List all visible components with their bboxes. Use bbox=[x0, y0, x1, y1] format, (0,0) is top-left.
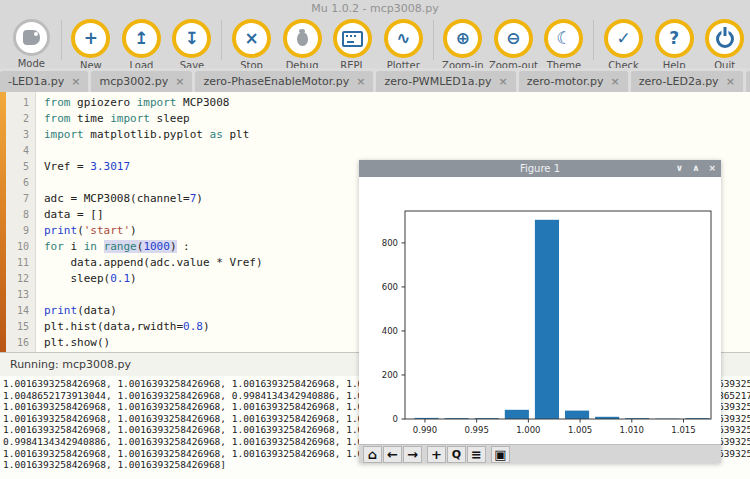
x-tick-label: 0.995 bbox=[464, 425, 488, 435]
y-tick-label: 200 bbox=[382, 370, 398, 380]
tab-zero-tonalbusser-py[interactable]: zero-tonalBusser.py× bbox=[746, 71, 750, 92]
figure-canvas: 0.9900.9951.0001.0051.0101.0150200400600… bbox=[359, 177, 721, 444]
tab-close-icon[interactable]: × bbox=[498, 75, 507, 88]
toolbar-button-plotter[interactable]: ∿Plotter bbox=[378, 16, 429, 71]
code-line-3: import matplotlib.pyplot as plt bbox=[44, 127, 750, 143]
code-line-4 bbox=[44, 143, 750, 159]
histogram-bar bbox=[565, 411, 589, 419]
line-number: 13 bbox=[6, 287, 35, 303]
tab-zero-phaseenablemotor-py[interactable]: zero-PhaseEnableMotor.py× bbox=[195, 71, 373, 92]
tab-bar: -LED1a.py×mcp3002.py×zero-PhaseEnableMot… bbox=[0, 68, 750, 92]
tab-close-icon[interactable]: × bbox=[71, 75, 80, 88]
toolbar-button-check[interactable]: ✓Check bbox=[598, 16, 649, 71]
toolbar-button-quit[interactable]: Quit bbox=[699, 16, 750, 71]
y-tick-label: 600 bbox=[382, 282, 398, 292]
tab-mcp3002-py[interactable]: mcp3002.py× bbox=[91, 71, 192, 92]
tab-label: zero-LED2a.py bbox=[639, 75, 719, 88]
window-title: Mu 1.0.2 - mcp3008.py bbox=[311, 2, 439, 15]
figure-toolbar: ⌂←→+Q≡▣ bbox=[359, 444, 721, 463]
line-number: 5 bbox=[6, 159, 35, 175]
tab-zero-pwmled1a-py[interactable]: zero-PWMLED1a.py× bbox=[376, 71, 515, 92]
close-icon[interactable]: × bbox=[708, 164, 716, 173]
x-tick-label: 1.010 bbox=[620, 425, 644, 435]
save-figure-icon[interactable]: ▣ bbox=[491, 446, 510, 463]
toolbar-button-zoom-out[interactable]: ⊖Zoom-out bbox=[488, 16, 539, 71]
line-number: 12 bbox=[6, 271, 35, 287]
toolbar-separator bbox=[61, 20, 62, 60]
tab-label: zero-PWMLED1a.py bbox=[384, 75, 491, 88]
stop-icon: × bbox=[232, 19, 271, 58]
save-icon: ↧ bbox=[172, 19, 211, 58]
figure-window: Figure 1 ∨∧× 0.9900.9951.0001.0051.0101.… bbox=[359, 160, 721, 463]
y-tick-label: 800 bbox=[382, 238, 398, 248]
histogram-bar bbox=[535, 220, 559, 419]
check-icon: ✓ bbox=[604, 19, 643, 58]
line-number: 16 bbox=[6, 335, 35, 351]
code-line-2: from time import sleep bbox=[44, 111, 750, 127]
minimize-icon[interactable]: ∨ bbox=[676, 164, 683, 173]
line-number: 14 bbox=[6, 303, 35, 319]
runner-status: Running: mcp3008.py bbox=[10, 358, 131, 371]
y-tick-label: 0 bbox=[393, 414, 398, 424]
toolbar-button-repl[interactable]: REPL bbox=[327, 16, 378, 71]
histogram-bar bbox=[505, 410, 529, 419]
toolbar-button-save[interactable]: ↧Save bbox=[167, 16, 218, 71]
tab-zero-led2a-py[interactable]: zero-LED2a.py× bbox=[631, 71, 743, 92]
help-icon: ? bbox=[655, 19, 694, 58]
line-number: 3 bbox=[6, 127, 35, 143]
figure-title-bar[interactable]: Figure 1 ∨∧× bbox=[359, 160, 721, 177]
tab-close-icon[interactable]: × bbox=[175, 75, 184, 88]
forward-icon[interactable]: → bbox=[403, 446, 422, 463]
maximize-icon[interactable]: ∧ bbox=[692, 164, 699, 173]
x-tick-label: 1.015 bbox=[671, 425, 695, 435]
line-number-gutter: 12345678910111213141516 bbox=[6, 92, 36, 352]
toolbar-button-load[interactable]: ↥Load bbox=[116, 16, 167, 71]
line-number: 2 bbox=[6, 111, 35, 127]
back-icon[interactable]: ← bbox=[383, 446, 402, 463]
line-number: 8 bbox=[6, 207, 35, 223]
theme-icon: ☾ bbox=[544, 19, 583, 58]
line-number: 4 bbox=[6, 143, 35, 159]
line-number: 10 bbox=[6, 239, 35, 255]
zoom-rect-icon[interactable]: Q bbox=[447, 446, 466, 463]
tab-label: mcp3002.py bbox=[99, 75, 168, 88]
toolbar-button-mode[interactable]: Mode bbox=[6, 16, 57, 69]
figure-window-controls: ∨∧× bbox=[676, 160, 716, 177]
y-tick-label: 400 bbox=[382, 326, 398, 336]
tab-close-icon[interactable]: × bbox=[726, 75, 735, 88]
load-icon: ↥ bbox=[122, 19, 161, 58]
line-number: 15 bbox=[6, 319, 35, 335]
home-icon[interactable]: ⌂ bbox=[363, 446, 382, 463]
toolbar-button-stop[interactable]: ×Stop bbox=[226, 16, 277, 71]
title-bar: Mu 1.0.2 - mcp3008.py bbox=[0, 0, 750, 16]
x-tick-label: 0.990 bbox=[413, 425, 437, 435]
subplots-icon[interactable]: ≡ bbox=[467, 446, 486, 463]
debug-icon bbox=[283, 19, 322, 58]
line-number: 9 bbox=[6, 223, 35, 239]
line-number: 6 bbox=[6, 175, 35, 191]
line-number: 11 bbox=[6, 255, 35, 271]
tab-label: zero-motor.py bbox=[527, 75, 604, 88]
toolbar-separator bbox=[433, 20, 434, 60]
line-number: 7 bbox=[6, 191, 35, 207]
new-icon: + bbox=[71, 19, 110, 58]
toolbar-button-help[interactable]: ?Help bbox=[649, 16, 700, 71]
quit-icon bbox=[705, 19, 744, 58]
mode-icon bbox=[13, 19, 50, 56]
tab-close-icon[interactable]: × bbox=[610, 75, 619, 88]
tab-label: zero-PhaseEnableMotor.py bbox=[203, 75, 349, 88]
x-tick-label: 1.000 bbox=[516, 425, 540, 435]
tab-close-icon[interactable]: × bbox=[356, 75, 365, 88]
tab-zero-motor-py[interactable]: zero-motor.py× bbox=[519, 71, 628, 92]
figure-title: Figure 1 bbox=[359, 163, 721, 174]
main-toolbar: Mode+New↥Load↧Save×StopDebugREPL∿Plotter… bbox=[0, 16, 750, 68]
line-number: 1 bbox=[6, 95, 35, 111]
toolbar-button-theme[interactable]: ☾Theme bbox=[539, 16, 590, 71]
toolbar-separator bbox=[221, 20, 222, 60]
toolbar-button-new[interactable]: +New bbox=[66, 16, 117, 71]
toolbar-button-debug[interactable]: Debug bbox=[277, 16, 328, 71]
pan-icon[interactable]: + bbox=[427, 446, 446, 463]
tab-led1a-py[interactable]: -LED1a.py× bbox=[0, 71, 88, 92]
plotter-icon: ∿ bbox=[384, 19, 423, 58]
toolbar-button-zoom-in[interactable]: ⊕Zoom-in bbox=[438, 16, 489, 71]
